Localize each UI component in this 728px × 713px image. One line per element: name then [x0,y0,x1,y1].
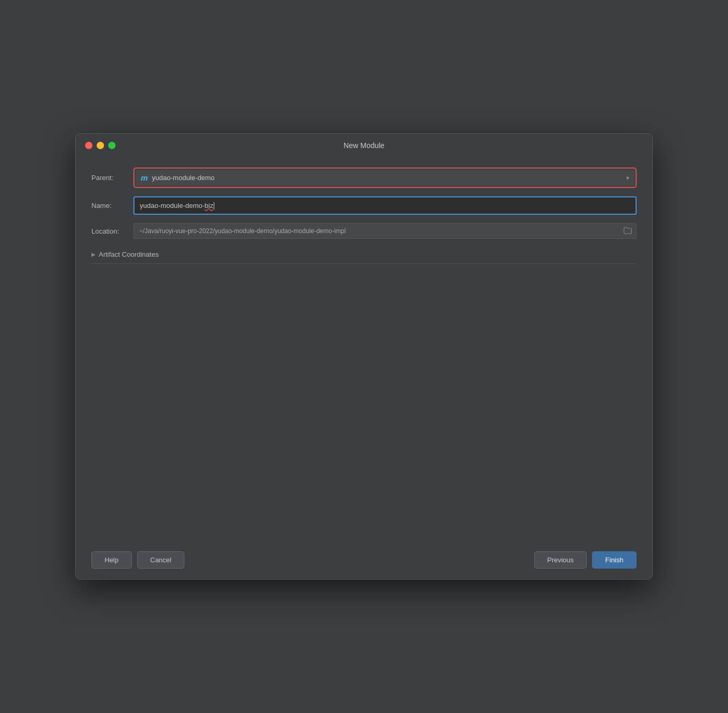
close-button[interactable] [85,142,92,149]
location-row: Location: [91,223,637,239]
parent-field-wrapper: m yudao-module-demo ▾ [133,167,637,188]
dialog-body: Parent: m yudao-module-demo ▾ Name: yuda… [76,157,652,541]
location-input[interactable] [134,224,619,238]
name-suffix: biz [205,202,214,209]
dialog-title: New Module [344,141,384,150]
name-input-wrapper: yudao-module-demo-biz [133,196,637,215]
chevron-down-icon: ▾ [626,174,629,182]
location-label: Location: [91,227,133,235]
footer-right: Previous Finish [534,551,637,569]
name-row: Name: yudao-module-demo-biz [91,196,637,215]
footer-left: Help Cancel [91,551,184,569]
name-input[interactable]: yudao-module-demo-biz [134,197,636,214]
new-module-dialog: New Module Parent: m yudao-module-demo ▾… [75,133,653,580]
section-divider [91,264,637,264]
parent-select-left: m yudao-module-demo [141,173,215,182]
browse-folder-button[interactable] [619,224,636,238]
parent-select[interactable]: m yudao-module-demo ▾ [136,170,635,186]
name-prefix: yudao-module-demo- [140,202,205,209]
text-cursor [214,202,214,209]
parent-name: yudao-module-demo [152,174,214,182]
maximize-button[interactable] [108,142,116,149]
maven-icon: m [141,173,148,182]
minimize-button[interactable] [97,142,104,149]
finish-button[interactable]: Finish [592,551,637,569]
name-label: Name: [91,202,133,209]
cancel-button[interactable]: Cancel [137,551,184,569]
window-controls [85,142,116,149]
artifact-coordinates-label: Artifact Coordinates [99,250,159,258]
expand-arrow-icon: ▶ [91,251,96,257]
location-input-wrapper [133,223,637,239]
parent-label: Parent: [91,174,133,182]
parent-row: Parent: m yudao-module-demo ▾ [91,167,637,188]
title-bar: New Module [76,134,652,157]
dialog-footer: Help Cancel Previous Finish [76,541,652,579]
help-button[interactable]: Help [91,551,132,569]
previous-button[interactable]: Previous [534,551,587,569]
artifact-coordinates-section[interactable]: ▶ Artifact Coordinates [91,247,637,261]
